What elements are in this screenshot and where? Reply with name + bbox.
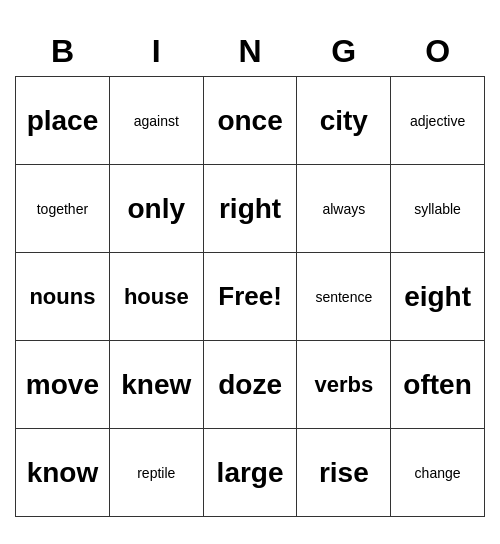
cell-r3-c0: move xyxy=(16,341,110,429)
cell-r3-c1: knew xyxy=(109,341,203,429)
cell-r0-c3: city xyxy=(297,77,391,165)
cell-r0-c1: against xyxy=(109,77,203,165)
cell-r1-c0: together xyxy=(16,165,110,253)
cell-r2-c3: sentence xyxy=(297,253,391,341)
bingo-header-O: O xyxy=(391,27,485,77)
cell-r0-c4: adjective xyxy=(391,77,485,165)
cell-r4-c1: reptile xyxy=(109,429,203,517)
cell-r1-c4: syllable xyxy=(391,165,485,253)
bingo-header-G: G xyxy=(297,27,391,77)
bingo-header-N: N xyxy=(203,27,297,77)
cell-r2-c1: house xyxy=(109,253,203,341)
cell-r4-c3: rise xyxy=(297,429,391,517)
cell-r3-c3: verbs xyxy=(297,341,391,429)
cell-r2-c4: eight xyxy=(391,253,485,341)
bingo-header-B: B xyxy=(16,27,110,77)
cell-r3-c4: often xyxy=(391,341,485,429)
cell-r4-c4: change xyxy=(391,429,485,517)
cell-r0-c0: place xyxy=(16,77,110,165)
cell-r3-c2: doze xyxy=(203,341,297,429)
cell-r2-c0: nouns xyxy=(16,253,110,341)
cell-r1-c3: always xyxy=(297,165,391,253)
cell-r4-c0: know xyxy=(16,429,110,517)
bingo-header-I: I xyxy=(109,27,203,77)
cell-r1-c2: right xyxy=(203,165,297,253)
cell-r0-c2: once xyxy=(203,77,297,165)
cell-r1-c1: only xyxy=(109,165,203,253)
cell-r2-c2: Free! xyxy=(203,253,297,341)
cell-r4-c2: large xyxy=(203,429,297,517)
bingo-card: BINGO placeagainstoncecityadjectivetoget… xyxy=(15,27,485,517)
